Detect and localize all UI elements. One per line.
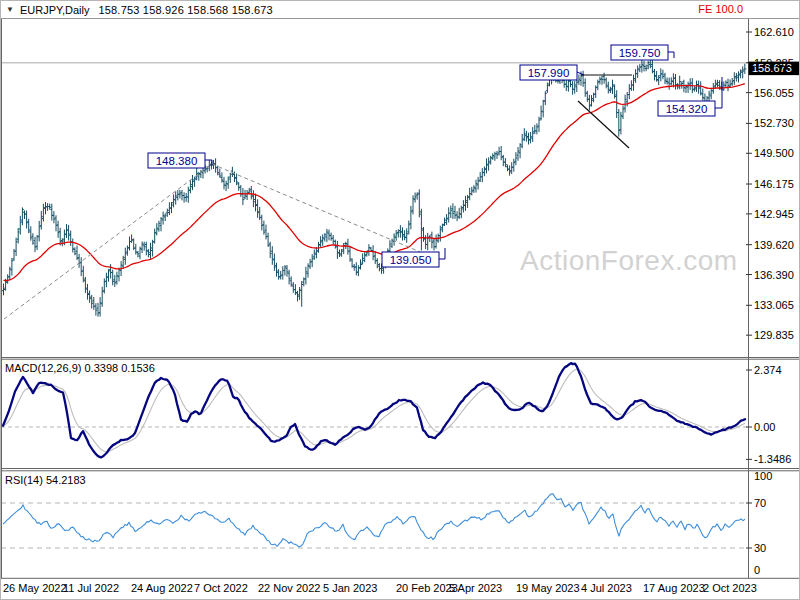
dashed-trendline	[212, 164, 425, 254]
date-axis-label: 17 Aug 2023	[643, 582, 705, 594]
price-axis-tick: 129.835	[754, 329, 794, 341]
date-axis-label: 7 Oct 2022	[194, 582, 248, 594]
date-axis-label: 5 Apr 2023	[449, 582, 502, 594]
price-annotation-label: 148.380	[156, 155, 198, 167]
macd-main-line	[3, 363, 745, 457]
ohlc-bars	[2, 53, 746, 316]
price-axis-tick: 146.175	[754, 178, 794, 190]
date-axis-label: 11 Jul 2022	[63, 582, 119, 594]
date-axis-label: 22 Nov 2022	[258, 582, 320, 594]
date-axis-label: 2 Oct 2023	[703, 582, 757, 594]
rsi-axis-tick: 100	[754, 470, 772, 482]
price-axis-tick: 162.610	[754, 26, 794, 38]
rsi-axis-tick: 70	[754, 497, 766, 509]
macd-axis-tick: -1.3486	[754, 453, 791, 465]
red-moving-average-line	[4, 84, 745, 281]
macd-axis-tick: 0.00	[754, 421, 775, 433]
price-axis-tick: 139.620	[754, 239, 794, 251]
price-annotation-pointer	[439, 248, 445, 259]
price-annotation-label: 154.320	[666, 103, 708, 115]
price-axis-tick: 156.055	[754, 87, 794, 99]
macd-indicator-label: MACD(12,26,9) 0.3398 0.1536	[5, 362, 155, 374]
ohlc-values: 158.753 158.926 158.568 158.673	[98, 4, 272, 16]
price-annotation-label: 157.990	[528, 67, 570, 79]
price-axis-tick: 149.500	[754, 147, 794, 159]
rsi-indicator-label: RSI(14) 54.2183	[5, 474, 86, 486]
chart-window: ActionForex.com 148.380139.050157.990159…	[0, 0, 800, 600]
macd-signal-line	[3, 369, 745, 452]
rsi-axis-tick: 0	[754, 564, 760, 576]
macd-axis-tick: 2.374	[754, 364, 782, 376]
price-axis-tick: 136.390	[754, 269, 794, 281]
price-annotation-pointer	[715, 77, 722, 108]
price-annotation-pointer	[668, 52, 674, 58]
rsi-axis-tick: 30	[754, 542, 766, 554]
date-axis-label: 5 Jan 2023	[323, 582, 377, 594]
price-axis-tick: 133.065	[754, 299, 794, 311]
date-axis-label: 24 Aug 2022	[131, 582, 193, 594]
price-axis-tick: 152.730	[754, 117, 794, 129]
collapse-arrow-icon[interactable]: ▼	[6, 5, 14, 14]
price-annotation-label: 159.750	[619, 47, 661, 59]
date-axis-label: 26 May 2022	[3, 582, 67, 594]
price-annotation-label: 139.050	[390, 254, 432, 266]
symbol-title: EURJPY,Daily	[20, 4, 90, 16]
fe-level-label: FE 100.0	[698, 3, 743, 15]
price-axis-tick: 159.285	[754, 57, 794, 69]
price-chart-canvas[interactable]: 148.380139.050157.990159.750154.320158.6…	[1, 1, 800, 600]
date-axis-label: 4 Jul 2023	[581, 582, 632, 594]
chart-header: ▼ EURJPY,Daily 158.753 158.926 158.568 1…	[1, 1, 799, 19]
price-axis-tick: 142.945	[754, 208, 794, 220]
rsi-line	[3, 494, 745, 547]
date-axis-label: 19 May 2023	[516, 582, 580, 594]
